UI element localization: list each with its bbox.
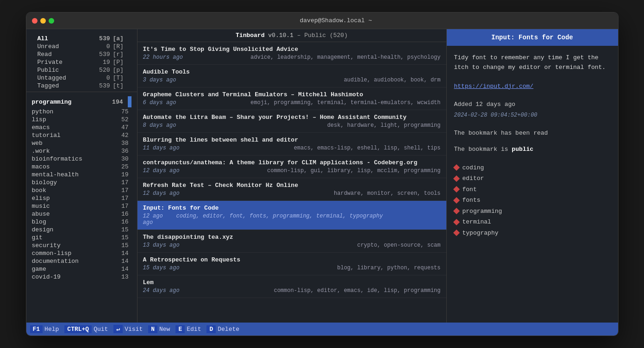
sidebar-tag-mental-health[interactable]: mental-health 19 [26,171,137,179]
sidebar-tag-book[interactable]: book 17 [26,186,137,194]
sidebar-tag-design[interactable]: design 15 [26,226,137,234]
sidebar-tag-programming[interactable]: programming 194 [26,96,137,108]
tag-name: music [32,203,115,210]
maximize-button[interactable] [49,18,54,24]
list-item-tags: hardware, monitor, screen, tools [180,190,441,197]
tag-label: fonts [463,196,481,205]
sidebar-tag-bioinformatics[interactable]: bioinformatics 30 [26,155,137,163]
sidebar-tag-covid-19[interactable]: covid-19 13 [26,273,137,281]
list-item[interactable]: contrapunctus/anathema: A theme library … [138,155,446,178]
detail-tag-item[interactable]: editor [454,174,611,183]
tag-count: 17 [115,187,129,194]
list-item[interactable]: Input: Fonts for Code 12 ago coding, edi… [138,201,446,230]
detail-tag-item[interactable]: fonts [454,196,611,205]
tag-name: git [32,234,115,241]
list-item-date: 6 days ago [143,99,176,106]
sidebar-item-public[interactable]: Public 520 [p] [32,66,131,74]
detail-url[interactable]: https://input.djr.com/ [454,82,611,91]
sidebar-item-read[interactable]: Read 539 [r] [32,50,131,58]
tag-name: tutorial [32,132,115,139]
detail-tag-item[interactable]: programming [454,207,611,216]
tag-name: common-lisp [32,250,115,257]
sidebar-item-unread-label: Unread [38,43,96,50]
list-item-date: 24 days ago [143,287,180,294]
detail-public-prefix: The bookmark is [454,146,512,153]
sidebar-tag-security[interactable]: security 15 [26,242,137,249]
status-key[interactable]: D [206,325,216,333]
sidebar-tag-blog[interactable]: blog 16 [26,218,137,226]
list-item[interactable]: Lem 24 days ago common-lisp, editor, ema… [138,275,446,298]
sidebar-tag-emacs[interactable]: emacs 47 [26,124,137,131]
sidebar-item-all-label: All [38,35,96,42]
detail-tag-item[interactable]: font [454,185,611,194]
status-key[interactable]: N [148,325,157,333]
close-button[interactable] [32,18,38,24]
sidebar-tag-lisp[interactable]: lisp 52 [26,116,137,124]
list-item[interactable]: It's Time to Stop Giving Unsolicited Adv… [138,42,446,65]
sidebar-item-untagged-key: [T] [113,75,126,81]
sidebar-tag-elisp[interactable]: elisp 17 [26,194,137,202]
tag-count: 14 [115,250,129,257]
sidebar-tag-common-lisp[interactable]: common-lisp 14 [26,249,137,257]
sidebar-tag-git[interactable]: git 15 [26,234,137,242]
sidebar-tag-game[interactable]: game 14 [26,265,137,273]
tag-name: elisp [32,195,115,202]
sidebar-item-private[interactable]: Private 19 [P] [32,58,131,66]
list-item-date: 11 days ago [143,145,180,151]
detail-tag-item[interactable]: coding [454,163,611,173]
tag-count: 14 [115,258,129,265]
list-item[interactable]: Refresh Rate Test – Check Monitor Hz Onl… [138,178,446,201]
status-key[interactable]: E [175,325,185,333]
tag-diamond-icon [453,164,459,171]
sidebar-item-untagged[interactable]: Untagged 0 [T] [32,74,131,82]
sidebar-item-unread[interactable]: Unread 0 [R] [32,43,131,50]
sidebar-item-all[interactable]: All 539 [a] [32,35,131,43]
sidebar-tag-documentation[interactable]: documentation 14 [26,257,137,265]
minimize-button[interactable] [40,18,46,24]
sidebar-tag-music[interactable]: music 17 [26,202,137,210]
list-item[interactable]: Grapheme Clusters and Terminal Emulators… [138,87,446,110]
tag-name: biology [32,179,115,186]
status-key[interactable]: CTRL+Q [64,325,92,333]
list-item-date2: ago [143,219,153,226]
sidebar-item-tagged-key: [t] [113,82,126,89]
traffic-lights [32,18,54,24]
list-item-tags: common-lisp, gui, library, lisp, mcclim,… [180,168,441,174]
tag-count: 13 [115,273,129,280]
list-item-meta: 6 days ago emoji, programming, terminal,… [143,99,441,106]
sidebar-tag-python[interactable]: python 75 [26,108,137,116]
list-item-date: 12 days ago [143,190,180,197]
list-item[interactable]: Blurring the lines between shell and edi… [138,133,446,155]
sidebar-tag-.work[interactable]: .work 36 [26,147,137,155]
list-item[interactable]: Automate the Litra Beam – Share your Pro… [138,110,446,133]
sidebar: All 539 [a] Unread 0 [R] Read 539 [r] Pr… [26,29,138,323]
public-info-label: Public (520) [304,32,348,39]
detail-description: Tidy font to remember any time I get the… [454,53,611,73]
detail-tag-item[interactable]: terminal [454,218,611,227]
list-item[interactable]: Audible Tools 3 days ago audible, audiob… [138,65,446,87]
detail-header: Input: Fonts for Code [447,29,618,46]
list-item-meta: 12 ago coding, editor, font, fonts, prog… [143,213,441,219]
list-item-meta: 12 days ago hardware, monitor, screen, t… [143,190,441,197]
sidebar-tag-web[interactable]: web 38 [26,139,137,147]
list-item-tags: desk, hardware, light, programming [176,122,441,129]
tag-label: typography [463,229,499,238]
sidebar-item-all-key: [a] [113,35,126,42]
detail-body: Tidy font to remember any time I get the… [447,46,618,323]
sidebar-tag-tutorial[interactable]: tutorial 42 [26,131,137,139]
sidebar-tag-biology[interactable]: biology 17 [26,179,137,186]
list-item-meta: 24 days ago common-lisp, editor, emacs, … [143,287,441,294]
status-key[interactable]: ↵ [113,325,123,333]
detail-tag-item[interactable]: typography [454,229,611,238]
sidebar-tag-macos[interactable]: macos 25 [26,163,137,171]
tag-indicator [128,96,131,107]
list-item[interactable]: A Retrospective on Requests 15 days ago … [138,253,446,275]
status-key[interactable]: F1 [30,325,43,333]
sidebar-item-all-count: 539 [96,35,110,42]
sidebar-item-public-key: [p] [113,67,126,74]
tag-diamond-icon [453,208,459,214]
sidebar-tag-abuse[interactable]: abuse 16 [26,210,137,218]
list-item[interactable]: The disappointing tea.xyz 13 days ago cr… [138,230,446,253]
sidebar-item-tagged[interactable]: Tagged 539 [t] [32,82,131,90]
sidebar-item-unread-count: 0 [96,43,110,50]
